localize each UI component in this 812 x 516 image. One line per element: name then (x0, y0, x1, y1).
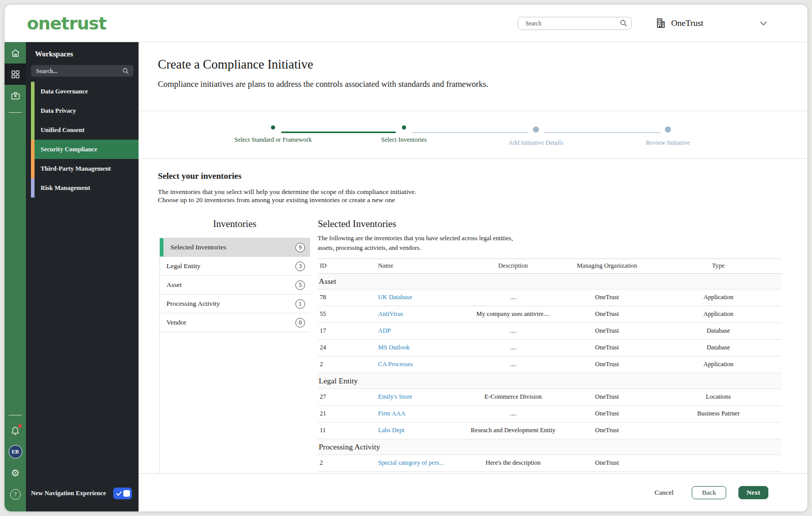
cell-managing-organization: OneTrust (559, 410, 655, 417)
table-row: 17 ADP .... OneTrust Database (318, 323, 782, 340)
inventory-filter-item[interactable]: Processing Activity 1 (160, 295, 310, 313)
settings-button[interactable]: ⚙ (5, 462, 26, 483)
help-button[interactable]: ? (5, 483, 26, 505)
workspace-list: Data Governance Data Privacy Unified Con… (26, 82, 139, 198)
table-row: 55 AntiVirus My company uses antivire...… (318, 306, 782, 323)
new-navigation-toggle[interactable] (113, 488, 132, 499)
cell-type: Application (655, 361, 782, 368)
inventory-name-link[interactable]: Labs Dept (378, 427, 404, 434)
section-description: The inventories that you select will hel… (158, 188, 807, 204)
inventory-filter-label: Processing Activity (166, 300, 220, 308)
top-header: onetrust (5, 5, 807, 42)
inventory-filter-item[interactable]: Vendor 0 (160, 313, 310, 332)
table-group: Legal Entity 27 Emily's Store E-Commerce… (318, 373, 782, 439)
cell-id: 17 (318, 327, 376, 335)
workspace-item[interactable]: Security Compliance (31, 140, 139, 159)
step-label: Add Initiative Details (480, 139, 592, 147)
workspace-item[interactable]: Risk Management (31, 178, 139, 198)
header-right: OneTrust (518, 17, 807, 30)
rail-divider-top (9, 112, 22, 113)
inventories-list: Selected Inventories 9 Legal Entity 3 (159, 238, 310, 473)
inventory-filter-item[interactable]: Selected Inventories 9 (160, 238, 310, 257)
table-group: Processing Activity 2 Special category o… (318, 439, 782, 472)
profile-button[interactable]: EB (5, 441, 26, 462)
org-name: OneTrust (671, 18, 703, 28)
projects-button[interactable] (5, 85, 26, 106)
workspaces-button[interactable] (5, 63, 26, 85)
inventory-name-link[interactable]: AntiVirus (378, 310, 403, 317)
step-dot-icon (665, 126, 671, 133)
column-header-managing-organization: Managing Organization (559, 262, 655, 270)
inventory-name-link[interactable]: Emily's Store (378, 393, 412, 400)
rail-divider-bottom (9, 415, 22, 415)
inventory-count-badge: 0 (295, 318, 305, 328)
step-dot-icon (533, 126, 539, 133)
chevron-down-icon[interactable] (758, 18, 769, 28)
table-row: 11 Labs Dept Reseach and Development Ent… (318, 423, 782, 439)
select-inventories-section: Select your inventories The inventories … (139, 159, 807, 473)
inventory-filter-item[interactable]: Asset 5 (160, 276, 310, 295)
content-header: Create a Compliance Initiative Complianc… (139, 42, 807, 111)
inventory-name-link[interactable]: CA Processes (378, 361, 413, 368)
workspaces-title: Workspaces (26, 42, 139, 58)
inventory-count-badge: 9 (295, 243, 305, 252)
cell-description: Reseach and Development Entity (467, 427, 559, 434)
home-button[interactable] (5, 42, 26, 63)
wizard-step[interactable]: Select Standard or Framework (217, 125, 329, 144)
wizard-step[interactable]: Select Inventories (348, 125, 460, 144)
inventory-name-link[interactable]: Firm AAA (378, 410, 405, 417)
new-navigation-row: New Navigation Experience (26, 488, 139, 511)
cell-managing-organization: OneTrust (559, 344, 655, 351)
inventory-name-link[interactable]: Special category of pers... (378, 459, 444, 466)
selected-inventories-panel: Selected Inventories The following are t… (318, 218, 807, 473)
workspace-item-label: Data Privacy (41, 107, 76, 115)
back-button[interactable]: Back (692, 486, 726, 499)
cancel-button[interactable]: Cancel (655, 489, 673, 497)
workspace-item[interactable]: Third-Party Management (31, 159, 139, 178)
workspace-item-label: Security Compliance (41, 146, 97, 153)
global-search-input[interactable] (518, 17, 632, 30)
inventories-table: ID Name Description Managing Organizatio… (318, 259, 782, 472)
cell-id: 2 (318, 459, 376, 467)
table-row: 27 Emily's Store E-Commerce Division One… (318, 389, 782, 406)
inventory-filter-item[interactable]: Legal Entity 3 (160, 257, 310, 276)
table-row: 2 CA Processes .... OneTrust Application (318, 357, 782, 373)
inventory-name-link[interactable]: UK Database (378, 294, 412, 301)
home-icon (10, 48, 21, 58)
cell-description: .... (467, 294, 559, 301)
column-header-name: Name (376, 262, 467, 270)
notifications-button[interactable] (5, 420, 26, 441)
workspace-item[interactable]: Data Privacy (31, 101, 139, 120)
selected-description-line2: assets, processing activieis, and vendor… (318, 243, 807, 253)
cell-id: 24 (318, 344, 376, 351)
inventories-title: Inventories (159, 218, 310, 230)
workspace-item[interactable]: Data Governance (31, 82, 139, 101)
next-button[interactable]: Next (738, 486, 768, 499)
column-header-id: ID (318, 262, 376, 270)
cell-description: .... (467, 327, 559, 335)
cell-description: Here's the description (467, 459, 559, 467)
workspace-item-label: Third-Party Management (41, 165, 111, 173)
wizard-step[interactable]: Review Initiative (612, 125, 724, 147)
cell-type: Database (655, 344, 782, 351)
wizard-step[interactable]: Add Initiative Details (480, 125, 592, 147)
inventory-name-link[interactable]: ADP (378, 327, 391, 334)
main-content: Create a Compliance Initiative Complianc… (139, 42, 807, 511)
inventory-count-badge: 5 (295, 280, 305, 290)
inventory-name-link[interactable]: MS Outlook (378, 344, 410, 351)
group-header-row: Legal Entity (318, 373, 782, 389)
cell-managing-organization: OneTrust (559, 327, 655, 335)
cell-id: 2 (318, 361, 376, 368)
check-icon (116, 490, 122, 497)
selected-description-line1: The following are the inventories that y… (318, 234, 807, 243)
section-description-line2: Choose up to 20 inventories from among y… (158, 196, 807, 204)
building-icon (655, 18, 666, 28)
nav-rail: EB ⚙ ? (5, 42, 26, 511)
workspace-item[interactable]: Unified Consent (31, 120, 139, 140)
group-header-row: Asset (318, 274, 782, 289)
cell-id: 78 (318, 294, 376, 301)
workspaces-search-input[interactable] (31, 65, 133, 77)
notification-dot (18, 424, 22, 428)
org-selector[interactable]: OneTrust (655, 18, 703, 28)
selected-inventories-description: The following are the inventories that y… (318, 234, 807, 253)
